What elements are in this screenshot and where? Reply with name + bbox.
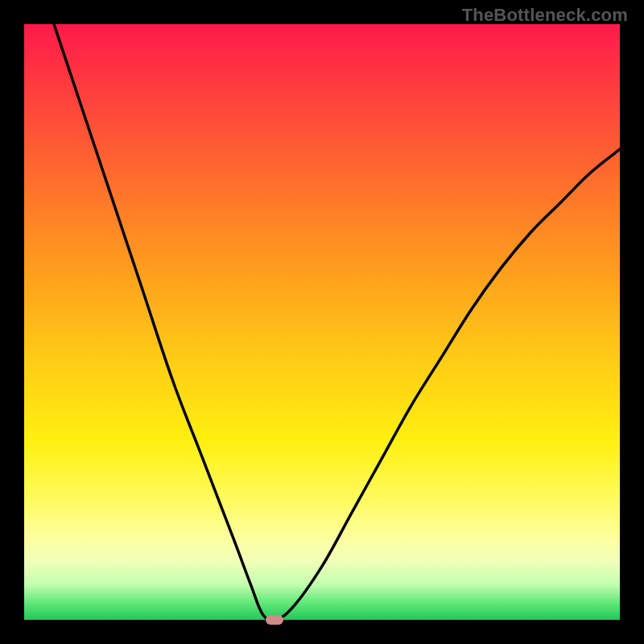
minimum-marker — [266, 615, 283, 625]
watermark-text: TheBottleneck.com — [462, 5, 628, 26]
bottleneck-curve — [24, 24, 620, 620]
chart-stage: TheBottleneck.com — [0, 0, 644, 644]
plot-area — [24, 24, 620, 620]
